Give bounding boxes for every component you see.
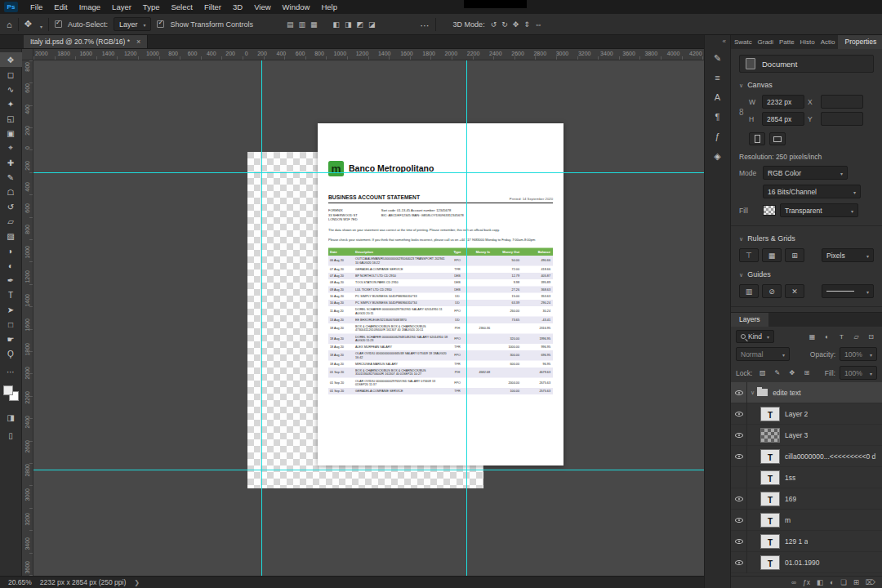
layer-thumbnail[interactable]	[760, 555, 780, 570]
panel-tab[interactable]: Gradi	[755, 35, 776, 49]
quick-selection-tool[interactable]: ✦	[0, 96, 22, 111]
path-selection-tool[interactable]: ➤	[0, 302, 22, 317]
tab-layers[interactable]: Layers	[731, 313, 768, 327]
vertical-ruler[interactable]: 8006004002000200400600800100012001400160…	[22, 60, 33, 576]
menu-item[interactable]: Window	[277, 0, 316, 14]
filter-adjustment-layers-icon[interactable]: ◐	[821, 331, 833, 342]
panel-tab[interactable]: Histo	[797, 35, 817, 49]
filter-shape-layers-icon[interactable]: ▱	[850, 331, 862, 342]
auto-select-target-select[interactable]: Layer	[114, 17, 152, 31]
quick-mask-icon[interactable]	[0, 410, 22, 425]
section-guides-header[interactable]: Guides	[739, 270, 874, 278]
align-top-edges-icon[interactable]: ◧	[333, 20, 341, 29]
auto-select-checkbox[interactable]	[55, 20, 62, 28]
3d-drag-icon[interactable]: ✥	[513, 20, 519, 29]
rectangle-tool[interactable]: □	[0, 317, 22, 332]
guide-horizontal[interactable]	[33, 470, 704, 470]
layer-row[interactable]: m	[731, 510, 882, 531]
guide-horizontal[interactable]	[33, 172, 704, 173]
glyphs-panel-icon[interactable]: ƒ	[704, 127, 731, 146]
fill-swatch[interactable]	[763, 205, 776, 216]
panel-tab[interactable]: Swatc	[731, 35, 755, 49]
layer-visibility-toggle[interactable]	[731, 403, 747, 425]
dodge-tool[interactable]: ◐	[0, 258, 22, 273]
landscape-orientation-button[interactable]	[769, 132, 786, 145]
statement-document[interactable]: m Banco Metropolitano BUSINESS ACCOUNT S…	[318, 123, 564, 466]
screen-mode-icon[interactable]	[0, 428, 22, 443]
new-group-icon[interactable]: ❏	[840, 577, 847, 588]
layer-visibility-toggle[interactable]	[731, 531, 747, 552]
align-right-edges-icon[interactable]: ▦	[310, 20, 318, 29]
bit-depth-select[interactable]: 16 Bits/Channel	[763, 185, 861, 198]
clear-guides-icon[interactable]: ✕	[785, 284, 804, 298]
layer-row[interactable]: edite text	[731, 382, 882, 403]
layer-thumbnail[interactable]	[760, 492, 780, 506]
frame-tool[interactable]: ▣	[0, 126, 22, 140]
layer-visibility-toggle[interactable]	[731, 552, 747, 573]
align-bottom-edges-icon[interactable]: ◩	[357, 20, 364, 29]
menu-item[interactable]: Select	[165, 0, 198, 14]
canvas-area[interactable]: m Banco Metropolitano BUSINESS ACCOUNT S…	[33, 60, 704, 576]
layer-visibility-toggle[interactable]	[731, 382, 747, 403]
menu-item[interactable]: Layer	[106, 0, 137, 14]
delete-layer-icon[interactable]: ⌦	[866, 577, 875, 588]
menu-item[interactable]: 3D	[227, 0, 248, 14]
panel-tab[interactable]: Patte	[776, 35, 797, 49]
document-selector[interactable]: Document	[739, 55, 874, 73]
menu-item[interactable]: Image	[74, 0, 106, 14]
menu-item[interactable]: Help	[315, 0, 343, 14]
tab-properties[interactable]: Properties	[838, 35, 882, 49]
distribute-spacing-icon[interactable]: ◪	[368, 20, 376, 29]
color-swatches[interactable]	[0, 384, 22, 407]
expand-panels-icon[interactable]	[723, 38, 726, 45]
3d-slide-icon[interactable]: ⇕	[523, 20, 530, 29]
add-layer-mask-icon[interactable]: ◧	[817, 577, 823, 588]
eyedropper-tool[interactable]: ⌖	[0, 140, 22, 155]
layer-filter-type-select[interactable]: Kind	[736, 330, 774, 343]
layer-thumbnail[interactable]	[760, 534, 780, 549]
lasso-tool[interactable]: ∿	[0, 82, 22, 96]
lock-guides-icon[interactable]: ⊘	[762, 284, 782, 298]
link-dimensions-icon[interactable]	[739, 95, 749, 129]
edit-toolbar-icon[interactable]	[0, 364, 22, 379]
menu-item[interactable]: Edit	[48, 0, 73, 14]
layer-thumbnail[interactable]	[760, 407, 780, 421]
menu-item[interactable]: View	[248, 0, 276, 14]
guide-style-select[interactable]	[822, 284, 874, 298]
history-brush-tool[interactable]: ↺	[0, 199, 22, 214]
adjustments-panel-icon[interactable]: ◈	[704, 146, 731, 166]
portrait-orientation-button[interactable]	[749, 132, 765, 145]
menu-item[interactable]: Type	[137, 0, 166, 14]
type-tool[interactable]: T	[0, 287, 22, 302]
menu-item[interactable]: File	[24, 0, 48, 14]
width-input[interactable]: 2232 px	[762, 95, 804, 109]
layer-visibility-toggle[interactable]	[731, 488, 747, 510]
eraser-tool[interactable]: ▱	[0, 214, 22, 229]
layer-visibility-toggle[interactable]	[731, 425, 747, 446]
layer-thumbnail[interactable]	[760, 513, 780, 528]
blend-mode-select[interactable]: Normal	[736, 347, 790, 361]
crop-tool[interactable]: ◱	[0, 111, 22, 126]
swatches-panel-icon[interactable]: ≡	[704, 68, 731, 87]
filter-smart-objects-icon[interactable]: ⊡	[865, 331, 877, 342]
more-align-options-icon[interactable]	[421, 17, 430, 32]
align-horizontal-centers-icon[interactable]: ▥	[299, 20, 306, 29]
lock-image-pixels-icon[interactable]: ✎	[771, 368, 783, 379]
show-transform-controls-checkbox[interactable]	[157, 20, 164, 28]
y-input[interactable]	[821, 112, 863, 126]
brush-tool[interactable]: ✎	[0, 170, 22, 185]
layer-row[interactable]: cilla0000000...<<<<<<<<<0 d	[731, 446, 882, 467]
layer-thumbnail[interactable]	[760, 470, 780, 485]
section-canvas-header[interactable]: Canvas	[739, 81, 874, 89]
units-select[interactable]: Pixels	[822, 248, 874, 262]
active-tool-icon[interactable]: ✥	[24, 19, 32, 29]
toggle-grid-icon[interactable]: ▦	[762, 248, 782, 262]
layer-row[interactable]: 169	[731, 488, 882, 510]
home-icon[interactable]: ⌂	[7, 20, 12, 29]
layer-thumbnail[interactable]	[760, 428, 780, 443]
fill-select[interactable]: Transparent	[780, 203, 858, 217]
lock-position-icon[interactable]: ✥	[786, 368, 798, 379]
height-input[interactable]: 2854 px	[762, 112, 804, 126]
layer-row[interactable]: 129 1 a	[731, 531, 882, 552]
lock-transparent-pixels-icon[interactable]: ▨	[756, 368, 768, 379]
